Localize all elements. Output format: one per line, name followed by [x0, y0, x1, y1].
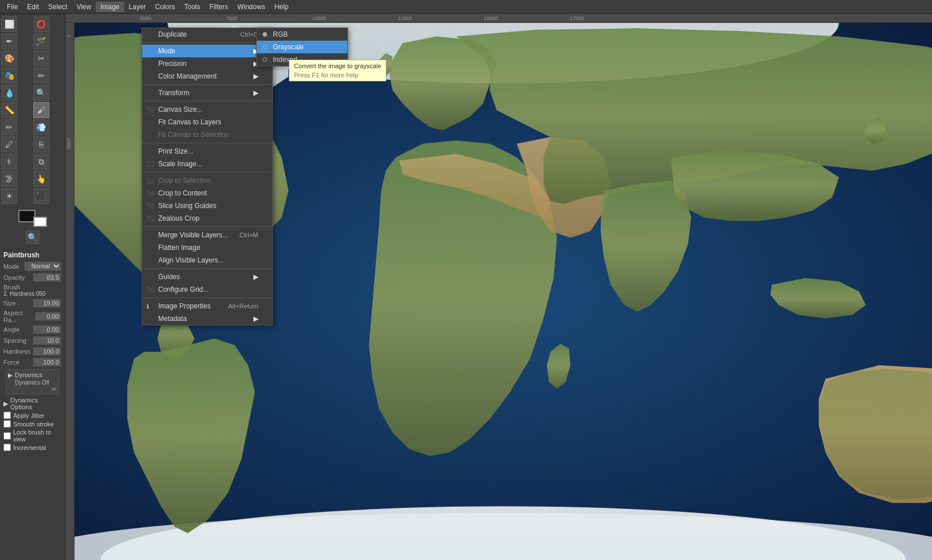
- dynamics-options-row: ▶ Dynamics Options: [3, 397, 61, 410]
- menu-scale-image[interactable]: ⬛ Scale Image...: [142, 158, 272, 170]
- menu-guides[interactable]: Guides ▶: [142, 271, 272, 283]
- menu-print-size[interactable]: Print Size...: [142, 145, 272, 158]
- color-mgmt-arrow-icon: ▶: [253, 72, 259, 80]
- menu-filters[interactable]: Filters: [205, 2, 233, 12]
- opacity-label: Opacity: [3, 274, 25, 281]
- dodge-burn-tool[interactable]: ☀: [1, 188, 17, 204]
- force-label: Force: [3, 359, 19, 366]
- menu-edit[interactable]: Edit: [22, 2, 44, 12]
- mode-select[interactable]: Normal: [24, 261, 61, 271]
- perspective-clone-tool[interactable]: ⧉: [33, 154, 49, 170]
- canvas-area: 5000 7500 10000 12500 15000 17500 0 1000: [65, 14, 932, 560]
- menu-file[interactable]: File: [2, 2, 22, 12]
- ellipse-select-tool[interactable]: ⭕: [33, 16, 49, 32]
- scale-image-icon: ⬛: [147, 161, 154, 167]
- menu-layer[interactable]: Layer: [124, 2, 151, 12]
- fuzzy-select-tool[interactable]: 🪄: [33, 33, 49, 49]
- heal-tool[interactable]: ⚕: [1, 154, 17, 170]
- menu-help[interactable]: Help: [270, 2, 293, 12]
- menu-crop-to-content[interactable]: ⬛ Crop to Content: [142, 187, 272, 199]
- size-value[interactable]: 19.00: [33, 299, 61, 308]
- hardness-value[interactable]: 100.0: [33, 347, 61, 356]
- incremental-checkbox[interactable]: [3, 444, 11, 451]
- force-value[interactable]: 100.0: [33, 358, 61, 367]
- zoom-tool[interactable]: 🔍: [33, 85, 49, 101]
- menu-merge-layers[interactable]: Merge Visible Layers... Ctrl+M: [142, 229, 272, 241]
- menu-duplicate[interactable]: Duplicate Ctrl+D: [142, 28, 272, 41]
- menu-canvas-size[interactable]: ⬛ Canvas Size...: [142, 103, 272, 116]
- angle-value[interactable]: 0.00: [33, 325, 61, 334]
- scissors-tool[interactable]: ✂: [33, 50, 49, 66]
- menu-flatten-image[interactable]: Flatten Image: [142, 241, 272, 254]
- background-color[interactable]: [33, 217, 47, 227]
- foreground-select-tool[interactable]: 🎭: [1, 68, 17, 84]
- grayscale-tooltip: Convert the image to grayscale Press F1 …: [289, 60, 386, 81]
- desaturate-tool[interactable]: ⬛: [33, 188, 49, 204]
- menu-precision[interactable]: Precision ▶: [142, 57, 272, 70]
- slice-guides-icon: ⬛: [147, 203, 154, 209]
- menu-windows[interactable]: Windows: [233, 2, 270, 12]
- menu-zealous-crop[interactable]: ⬛ Zealous Crop: [142, 212, 272, 225]
- paintbrush-tool[interactable]: 🖌: [33, 102, 49, 118]
- airbrush-tool[interactable]: 💨: [33, 119, 49, 135]
- aspect-ratio-value[interactable]: 0.00: [35, 312, 61, 321]
- clone-tool[interactable]: ⎘: [33, 136, 49, 152]
- color-picker-tool[interactable]: 💧: [1, 85, 17, 101]
- hardness-label: Hardness: [3, 348, 30, 355]
- lock-brush-checkbox[interactable]: [3, 432, 11, 440]
- menu-fit-canvas-selection: Fit Canvas to Selection: [142, 128, 272, 141]
- menu-slice-guides[interactable]: ⬛ Slice Using Guides: [142, 199, 272, 212]
- free-select-tool[interactable]: ✒: [1, 33, 17, 49]
- brush-value[interactable]: 2. Hardness 050: [3, 291, 45, 297]
- metadata-arrow-icon: ▶: [253, 315, 259, 323]
- smudge-tool[interactable]: 👆: [33, 171, 49, 187]
- apply-jitter-label: Apply Jitter: [13, 412, 44, 419]
- menu-mode-grayscale[interactable]: Grayscale: [257, 41, 347, 53]
- by-color-select-tool[interactable]: 🎨: [1, 50, 17, 66]
- menu-select[interactable]: Select: [44, 2, 72, 12]
- menu-metadata[interactable]: Metadata ▶: [142, 312, 272, 325]
- menu-tools[interactable]: Tools: [179, 2, 205, 12]
- menu-sep-5: [142, 172, 272, 173]
- menu-view[interactable]: View: [72, 2, 96, 12]
- menu-colors[interactable]: Colors: [151, 2, 180, 12]
- menu-mode-rgb[interactable]: RGB: [257, 28, 347, 41]
- menu-image-properties[interactable]: ℹ Image Properties Alt+Return: [142, 300, 272, 312]
- pencil-tool[interactable]: ✏: [1, 119, 17, 135]
- grid-icon: ⬛: [147, 287, 154, 293]
- magnify-tool[interactable]: 🔍: [26, 230, 40, 244]
- tool-options: Paintbrush Mode Normal Opacity 83.5 Brus…: [1, 249, 64, 455]
- spacing-value[interactable]: 10.0: [33, 336, 61, 345]
- menu-mode[interactable]: Mode ▶: [142, 45, 272, 57]
- grayscale-radio: [261, 44, 268, 50]
- ruler-horizontal: 5000 7500 10000 12500 15000 17500: [65, 14, 932, 23]
- opacity-value[interactable]: 83.5: [33, 273, 61, 282]
- smooth-stroke-row: Smooth stroke: [3, 420, 61, 428]
- menu-fit-canvas-layers[interactable]: Fit Canvas to Layers: [142, 116, 272, 128]
- menu-align-layers[interactable]: Align Visible Layers...: [142, 254, 272, 267]
- smooth-stroke-checkbox[interactable]: [3, 420, 11, 428]
- menu-image[interactable]: Image: [96, 2, 124, 12]
- rect-select-tool[interactable]: ⬜: [1, 16, 17, 32]
- tool-grid: ⬜ ⭕ ✒ 🪄 🎨 ✂ 🎭 ✏ 💧 🔍 📏 🖌 ✏ 💨 🖊 ⎘ ⚕: [1, 16, 64, 204]
- rgb-radio: [261, 31, 268, 38]
- blur-tool[interactable]: 🌫: [1, 171, 17, 187]
- indexed-radio-dot: [263, 57, 267, 62]
- ink-tool[interactable]: 🖊: [1, 136, 17, 152]
- indexed-radio: [261, 56, 268, 63]
- apply-jitter-checkbox[interactable]: [3, 412, 11, 419]
- menu-configure-grid[interactable]: ⬛ Configure Grid...: [142, 283, 272, 296]
- paths-tool[interactable]: ✏: [33, 68, 49, 84]
- menu-transform[interactable]: Transform ▶: [142, 87, 272, 99]
- menubar: File Edit Select View Image Layer Colors…: [0, 0, 932, 14]
- incremental-row: Incremental: [3, 444, 61, 451]
- size-label: Size: [3, 300, 15, 307]
- main-area: ⬜ ⭕ ✒ 🪄 🎨 ✂ 🎭 ✏ 💧 🔍 📏 🖌 ✏ 💨 🖊 ⎘ ⚕: [0, 14, 932, 560]
- menu-sep-1: [142, 42, 272, 43]
- grayscale-radio-dot: [263, 45, 267, 49]
- menu-color-management[interactable]: Color Management ▶: [142, 70, 272, 83]
- color-swatch[interactable]: [18, 210, 47, 227]
- transform-arrow-icon: ▶: [253, 89, 259, 97]
- measure-tool[interactable]: 📏: [1, 102, 17, 118]
- angle-label: Angle: [3, 326, 19, 333]
